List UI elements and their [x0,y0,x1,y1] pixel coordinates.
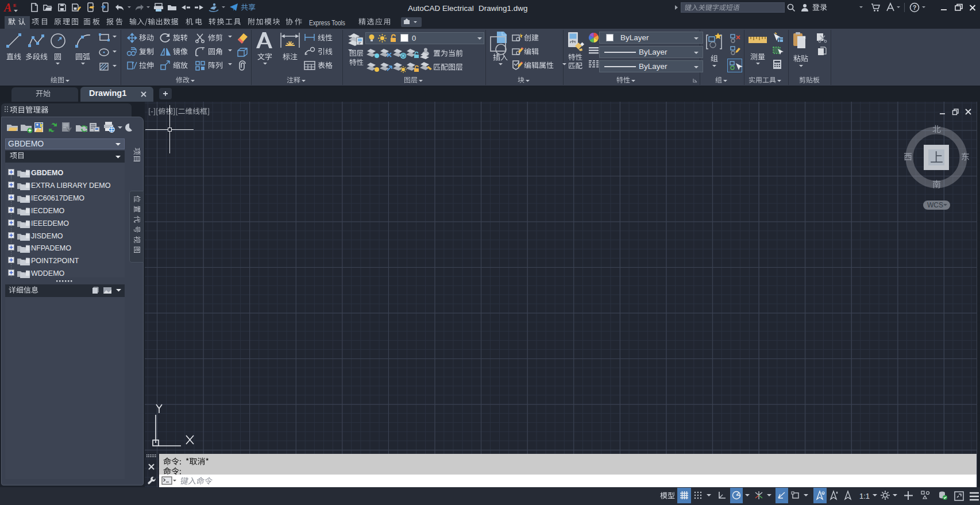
svg-text:?: ? [913,4,917,11]
svg-text:A: A [3,1,11,14]
svg-text:E: E [13,3,17,8]
